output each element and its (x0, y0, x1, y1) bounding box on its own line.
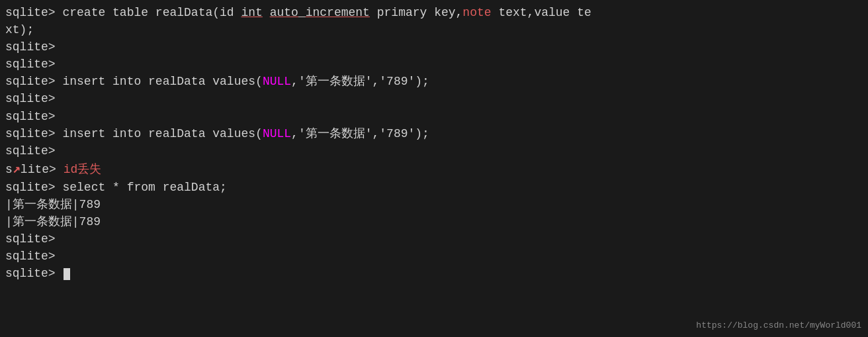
line-7: sqlite> insert into realData values(NULL… (5, 125, 863, 142)
line-1: sqlite> create table realData(id int aut… (5, 4, 863, 21)
line-8: sqlite> (5, 142, 863, 160)
keyword-null: NULL (263, 75, 291, 88)
prompt: sqlite> (5, 144, 62, 158)
line-3: sqlite> (5, 56, 863, 73)
prompt-2: lite> (21, 163, 64, 176)
keyword-int: int (241, 6, 262, 19)
continuation-text: xt); (5, 23, 34, 36)
terminal-cursor (64, 268, 70, 280)
annotation-id-lost: id丢失 (64, 163, 102, 176)
terminal: sqlite> create table realData(id int aut… (0, 0, 868, 337)
prompt: sqlite> (5, 75, 62, 88)
arrow-annotation: ↗ (13, 162, 21, 177)
code-text: ,'第一条数据','789'); (291, 127, 429, 140)
line-11: |第一条数据|789 (5, 196, 863, 213)
prompt: sqlite> (5, 110, 62, 123)
output-row-1: |第一条数据|789 (5, 198, 101, 211)
watermark: https://blog.csdn.net/myWorld001 (696, 320, 861, 330)
line-15: sqlite> (5, 265, 863, 282)
line-9: s↗lite> id丢失 (5, 160, 863, 179)
line-2: sqlite> (5, 38, 863, 56)
output-row-2: |第一条数据|789 (5, 215, 101, 228)
code-text: insert into realData values( (62, 75, 262, 88)
line-12: |第一条数据|789 (5, 213, 863, 230)
prompt: sqlite> (5, 92, 62, 105)
prompt: sqlite> (5, 6, 62, 19)
code-text: text,value te (492, 6, 591, 19)
line-1b: xt); (5, 21, 863, 38)
prompt: s (5, 163, 13, 176)
prompt: sqlite> (5, 40, 62, 54)
line-4: sqlite> insert into realData values(NULL… (5, 73, 863, 90)
code-text: select * from realData; (62, 181, 226, 194)
prompt: sqlite> (5, 181, 62, 194)
prompt: sqlite> (5, 250, 62, 263)
prompt: sqlite> (5, 127, 62, 140)
keyword-null-2: NULL (263, 127, 291, 140)
line-5: sqlite> (5, 90, 863, 107)
code-text: insert into realData values( (62, 127, 262, 140)
prompt: sqlite> (5, 267, 62, 280)
keyword-auto-increment: auto_increment (270, 6, 370, 19)
prompt: sqlite> (5, 232, 62, 246)
code-text: ,'第一条数据','789'); (291, 75, 429, 88)
keyword-note: note (462, 6, 491, 19)
line-13: sqlite> (5, 230, 863, 248)
prompt: sqlite> (5, 58, 62, 71)
code-text: primary key, (370, 6, 462, 19)
code-text: create table realData(id (62, 6, 241, 19)
line-14: sqlite> (5, 248, 863, 265)
line-6: sqlite> (5, 108, 863, 125)
code-text (263, 6, 270, 19)
line-10: sqlite> select * from realData; (5, 179, 863, 196)
